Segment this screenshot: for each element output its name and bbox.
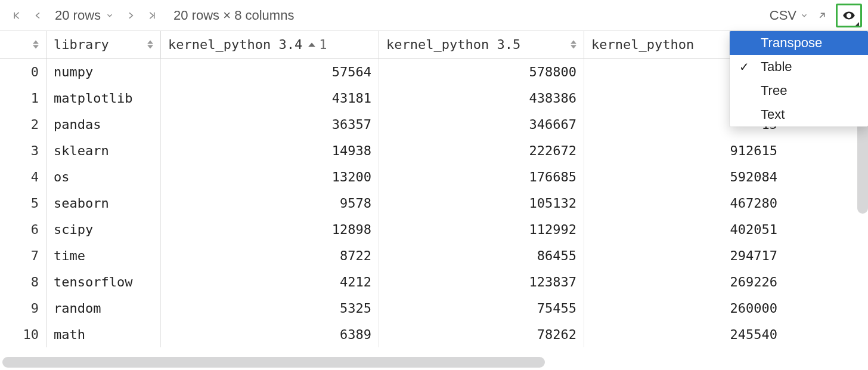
view-options-button[interactable] [836, 4, 862, 27]
dropdown-indicator-icon [855, 22, 859, 26]
cell-library: scipy [46, 216, 161, 242]
row-index-cell: 3 [0, 137, 46, 164]
format-dropdown[interactable]: CSV [770, 8, 808, 23]
sort-icon [147, 40, 153, 49]
row-index-cell: 1 [0, 85, 46, 111]
next-page-button[interactable] [120, 5, 141, 26]
row-index-cell: 4 [0, 164, 46, 190]
column-label: kernel_python 3.5 [386, 37, 520, 52]
cell-kernel-3-4: 14938 [161, 137, 379, 164]
table-row[interactable]: 3sklearn14938222672912615 [0, 137, 868, 164]
cell-kernel-3-6: 402051 [584, 216, 785, 242]
menu-item-label: Table [761, 59, 792, 75]
format-label: CSV [770, 8, 796, 23]
view-options-menu: Transpose ✓ Table Tree Text [730, 31, 868, 127]
sort-order-number: 1 [319, 37, 327, 52]
eye-icon [841, 9, 857, 22]
cell-kernel-3-5: 578800 [379, 58, 584, 85]
table-row[interactable]: 5seaborn9578105132467280 [0, 190, 868, 216]
cell-kernel-3-4: 13200 [161, 164, 379, 190]
column-header-kernel-3-4[interactable]: kernel_python 3.4 1 [161, 31, 379, 58]
cell-library: time [46, 242, 161, 269]
cell-kernel-3-5: 346667 [379, 111, 584, 137]
check-icon: ✓ [739, 60, 749, 74]
cell-library: math [46, 321, 161, 347]
menu-item-tree[interactable]: Tree [730, 79, 868, 103]
cell-kernel-3-4: 9578 [161, 190, 379, 216]
cell-kernel-3-4: 43181 [161, 85, 379, 111]
last-page-button[interactable] [141, 5, 163, 26]
cell-kernel-3-5: 222672 [379, 137, 584, 164]
horizontal-scrollbar[interactable] [2, 357, 861, 368]
cell-kernel-3-5: 176685 [379, 164, 584, 190]
menu-item-transpose[interactable]: Transpose [730, 31, 868, 55]
cell-kernel-3-5: 105132 [379, 190, 584, 216]
cell-library: seaborn [46, 190, 161, 216]
column-header-index[interactable] [0, 31, 46, 58]
cell-kernel-3-4: 12898 [161, 216, 379, 242]
row-index-cell: 6 [0, 216, 46, 242]
cell-kernel-3-6: 260000 [584, 295, 785, 321]
row-index-cell: 0 [0, 58, 46, 85]
svg-point-0 [848, 14, 850, 16]
column-label: library [54, 37, 109, 52]
cell-kernel-3-6: 269226 [584, 269, 785, 295]
menu-item-table[interactable]: ✓ Table [730, 55, 868, 79]
row-index-cell: 5 [0, 190, 46, 216]
table-row[interactable]: 8tensorflow4212123837269226 [0, 269, 868, 295]
rows-per-page-selector[interactable]: 20 rows [49, 8, 120, 23]
cell-kernel-3-6: 912615 [584, 137, 785, 164]
sort-icon [33, 40, 39, 49]
cell-library: numpy [46, 58, 161, 85]
table-row[interactable]: 7time872286455294717 [0, 242, 868, 269]
cell-kernel-3-6: 245540 [584, 321, 785, 347]
cell-kernel-3-6: 592084 [584, 164, 785, 190]
row-index-cell: 9 [0, 295, 46, 321]
chevron-down-icon [106, 11, 114, 20]
cell-library: matplotlib [46, 85, 161, 111]
column-header-kernel-3-5[interactable]: kernel_python 3.5 [379, 31, 584, 58]
row-index-cell: 2 [0, 111, 46, 137]
column-label: kernel_python 3.4 [168, 37, 302, 52]
cell-kernel-3-4: 6389 [161, 321, 379, 347]
cell-library: tensorflow [46, 269, 161, 295]
cell-kernel-3-6: 294717 [584, 242, 785, 269]
table-row[interactable]: 6scipy12898112992402051 [0, 216, 868, 242]
cell-kernel-3-4: 5325 [161, 295, 379, 321]
rows-label: 20 rows [55, 8, 101, 23]
column-header-library[interactable]: library [46, 31, 161, 58]
cell-kernel-3-5: 123837 [379, 269, 584, 295]
cell-kernel-3-6: 467280 [584, 190, 785, 216]
sort-ascending-indicator: 1 [308, 37, 327, 52]
column-label: kernel_python [591, 37, 694, 52]
menu-item-label: Text [761, 107, 785, 122]
cell-kernel-3-5: 86455 [379, 242, 584, 269]
cell-library: random [46, 295, 161, 321]
row-index-cell: 7 [0, 242, 46, 269]
cell-kernel-3-5: 438386 [379, 85, 584, 111]
cell-kernel-3-5: 112992 [379, 216, 584, 242]
cell-kernel-3-5: 78262 [379, 321, 584, 347]
menu-item-text[interactable]: Text [730, 103, 868, 127]
menu-item-label: Transpose [761, 35, 822, 51]
scrollbar-thumb[interactable] [2, 357, 545, 368]
sort-icon [571, 40, 576, 49]
cell-library: os [46, 164, 161, 190]
toolbar: 20 rows 20 rows × 8 columns CSV [0, 0, 868, 31]
cell-kernel-3-4: 36357 [161, 111, 379, 137]
first-page-button[interactable] [6, 5, 27, 26]
cell-kernel-3-4: 8722 [161, 242, 379, 269]
table-row[interactable]: 9random532575455260000 [0, 295, 868, 321]
row-index-cell: 10 [0, 321, 46, 347]
cell-kernel-3-5: 75455 [379, 295, 584, 321]
open-external-button[interactable] [817, 10, 827, 21]
table-dimensions-label: 20 rows × 8 columns [173, 8, 294, 23]
cell-library: sklearn [46, 137, 161, 164]
row-index-cell: 8 [0, 269, 46, 295]
table-row[interactable]: 10math638978262245540 [0, 321, 868, 347]
cell-kernel-3-4: 57564 [161, 58, 379, 85]
chevron-down-icon [800, 11, 808, 20]
prev-page-button[interactable] [27, 5, 49, 26]
table-row[interactable]: 4os13200176685592084 [0, 164, 868, 190]
menu-item-label: Tree [761, 83, 787, 98]
